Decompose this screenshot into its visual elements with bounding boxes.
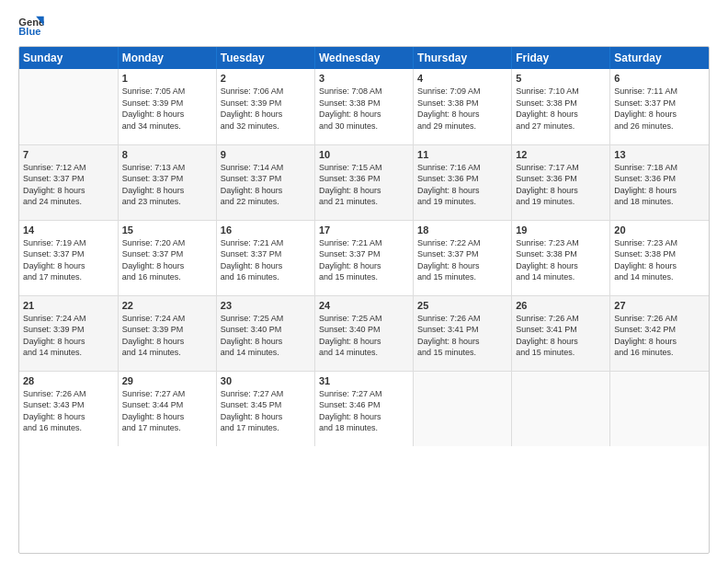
calendar-cell: 2Sunrise: 7:06 AM Sunset: 3:39 PM Daylig… bbox=[216, 69, 314, 144]
cell-info: Sunrise: 7:08 AM Sunset: 3:38 PM Dayligh… bbox=[319, 86, 409, 132]
day-number: 4 bbox=[417, 73, 507, 84]
header: General Blue bbox=[18, 15, 710, 37]
day-number: 3 bbox=[319, 73, 409, 84]
cell-info: Sunrise: 7:19 AM Sunset: 3:37 PM Dayligh… bbox=[23, 237, 114, 283]
calendar-cell: 18Sunrise: 7:22 AM Sunset: 3:37 PM Dayli… bbox=[414, 220, 512, 295]
calendar-cell: 15Sunrise: 7:20 AM Sunset: 3:37 PM Dayli… bbox=[118, 220, 216, 295]
day-number: 19 bbox=[516, 224, 606, 236]
calendar-cell: 11Sunrise: 7:16 AM Sunset: 3:36 PM Dayli… bbox=[414, 144, 512, 220]
calendar-cell: 17Sunrise: 7:21 AM Sunset: 3:37 PM Dayli… bbox=[314, 220, 413, 295]
day-number: 1 bbox=[122, 73, 212, 84]
calendar-cell: 12Sunrise: 7:17 AM Sunset: 3:36 PM Dayli… bbox=[512, 144, 610, 220]
calendar-cell bbox=[414, 371, 512, 446]
col-header-wednesday: Wednesday bbox=[314, 47, 413, 69]
calendar-cell: 4Sunrise: 7:09 AM Sunset: 3:38 PM Daylig… bbox=[414, 69, 512, 144]
calendar-week-row: 1Sunrise: 7:05 AM Sunset: 3:39 PM Daylig… bbox=[19, 69, 709, 144]
day-number: 16 bbox=[221, 224, 311, 236]
day-number: 30 bbox=[221, 375, 311, 386]
calendar-week-row: 28Sunrise: 7:26 AM Sunset: 3:43 PM Dayli… bbox=[19, 371, 709, 446]
cell-info: Sunrise: 7:26 AM Sunset: 3:42 PM Dayligh… bbox=[614, 313, 705, 359]
calendar-table: SundayMondayTuesdayWednesdayThursdayFrid… bbox=[19, 47, 709, 446]
cell-info: Sunrise: 7:27 AM Sunset: 3:44 PM Dayligh… bbox=[122, 388, 212, 434]
svg-text:Blue: Blue bbox=[18, 26, 40, 37]
cell-info: Sunrise: 7:05 AM Sunset: 3:39 PM Dayligh… bbox=[122, 86, 212, 132]
cell-info: Sunrise: 7:23 AM Sunset: 3:38 PM Dayligh… bbox=[614, 237, 705, 283]
calendar-cell: 31Sunrise: 7:27 AM Sunset: 3:46 PM Dayli… bbox=[314, 371, 413, 446]
day-number: 24 bbox=[319, 300, 409, 311]
calendar-cell bbox=[19, 69, 118, 144]
day-number: 21 bbox=[23, 300, 114, 311]
day-number: 7 bbox=[23, 149, 114, 160]
col-header-tuesday: Tuesday bbox=[216, 47, 314, 69]
calendar-cell: 30Sunrise: 7:27 AM Sunset: 3:45 PM Dayli… bbox=[216, 371, 314, 446]
day-number: 2 bbox=[221, 73, 311, 84]
cell-info: Sunrise: 7:24 AM Sunset: 3:39 PM Dayligh… bbox=[122, 313, 212, 359]
calendar-cell: 10Sunrise: 7:15 AM Sunset: 3:36 PM Dayli… bbox=[314, 144, 413, 220]
day-number: 27 bbox=[614, 300, 705, 311]
calendar-cell: 24Sunrise: 7:25 AM Sunset: 3:40 PM Dayli… bbox=[314, 295, 413, 371]
calendar-cell: 6Sunrise: 7:11 AM Sunset: 3:37 PM Daylig… bbox=[610, 69, 709, 144]
cell-info: Sunrise: 7:09 AM Sunset: 3:38 PM Dayligh… bbox=[417, 86, 507, 132]
calendar-week-row: 14Sunrise: 7:19 AM Sunset: 3:37 PM Dayli… bbox=[19, 220, 709, 295]
day-number: 9 bbox=[221, 149, 311, 160]
cell-info: Sunrise: 7:26 AM Sunset: 3:41 PM Dayligh… bbox=[516, 313, 606, 359]
cell-info: Sunrise: 7:17 AM Sunset: 3:36 PM Dayligh… bbox=[516, 162, 606, 208]
cell-info: Sunrise: 7:13 AM Sunset: 3:37 PM Dayligh… bbox=[122, 162, 212, 208]
calendar-week-row: 21Sunrise: 7:24 AM Sunset: 3:39 PM Dayli… bbox=[19, 295, 709, 371]
calendar-cell: 1Sunrise: 7:05 AM Sunset: 3:39 PM Daylig… bbox=[118, 69, 216, 144]
day-number: 28 bbox=[23, 375, 114, 386]
col-header-sunday: Sunday bbox=[19, 47, 118, 69]
cell-info: Sunrise: 7:20 AM Sunset: 3:37 PM Dayligh… bbox=[122, 237, 212, 283]
col-header-monday: Monday bbox=[118, 47, 216, 69]
calendar-cell: 13Sunrise: 7:18 AM Sunset: 3:36 PM Dayli… bbox=[610, 144, 709, 220]
cell-info: Sunrise: 7:23 AM Sunset: 3:38 PM Dayligh… bbox=[516, 237, 606, 283]
day-number: 31 bbox=[319, 375, 409, 386]
day-number: 25 bbox=[417, 300, 507, 311]
calendar-cell: 28Sunrise: 7:26 AM Sunset: 3:43 PM Dayli… bbox=[19, 371, 118, 446]
cell-info: Sunrise: 7:25 AM Sunset: 3:40 PM Dayligh… bbox=[319, 313, 409, 359]
day-number: 8 bbox=[122, 149, 212, 160]
calendar-cell: 20Sunrise: 7:23 AM Sunset: 3:38 PM Dayli… bbox=[610, 220, 709, 295]
day-number: 22 bbox=[122, 300, 212, 311]
day-number: 29 bbox=[122, 375, 212, 386]
col-header-thursday: Thursday bbox=[414, 47, 512, 69]
day-number: 26 bbox=[516, 300, 606, 311]
cell-info: Sunrise: 7:10 AM Sunset: 3:38 PM Dayligh… bbox=[516, 86, 606, 132]
day-number: 13 bbox=[614, 149, 705, 160]
calendar-cell: 29Sunrise: 7:27 AM Sunset: 3:44 PM Dayli… bbox=[118, 371, 216, 446]
calendar-cell: 9Sunrise: 7:14 AM Sunset: 3:37 PM Daylig… bbox=[216, 144, 314, 220]
cell-info: Sunrise: 7:26 AM Sunset: 3:41 PM Dayligh… bbox=[417, 313, 507, 359]
calendar-cell bbox=[512, 371, 610, 446]
day-number: 18 bbox=[417, 224, 507, 236]
calendar-cell: 27Sunrise: 7:26 AM Sunset: 3:42 PM Dayli… bbox=[610, 295, 709, 371]
day-number: 5 bbox=[516, 73, 606, 84]
calendar-cell: 25Sunrise: 7:26 AM Sunset: 3:41 PM Dayli… bbox=[414, 295, 512, 371]
cell-info: Sunrise: 7:25 AM Sunset: 3:40 PM Dayligh… bbox=[221, 313, 311, 359]
logo-icon: General Blue bbox=[18, 15, 44, 37]
cell-info: Sunrise: 7:14 AM Sunset: 3:37 PM Dayligh… bbox=[221, 162, 311, 208]
col-header-friday: Friday bbox=[512, 47, 610, 69]
day-number: 15 bbox=[122, 224, 212, 236]
cell-info: Sunrise: 7:27 AM Sunset: 3:45 PM Dayligh… bbox=[221, 388, 311, 434]
page: General Blue SundayMondayTuesdayWednesda… bbox=[0, 0, 728, 563]
calendar-cell: 3Sunrise: 7:08 AM Sunset: 3:38 PM Daylig… bbox=[314, 69, 413, 144]
cell-info: Sunrise: 7:16 AM Sunset: 3:36 PM Dayligh… bbox=[417, 162, 507, 208]
cell-info: Sunrise: 7:27 AM Sunset: 3:46 PM Dayligh… bbox=[319, 388, 409, 434]
cell-info: Sunrise: 7:24 AM Sunset: 3:39 PM Dayligh… bbox=[23, 313, 114, 359]
day-number: 20 bbox=[614, 224, 705, 236]
cell-info: Sunrise: 7:15 AM Sunset: 3:36 PM Dayligh… bbox=[319, 162, 409, 208]
calendar-cell: 14Sunrise: 7:19 AM Sunset: 3:37 PM Dayli… bbox=[19, 220, 118, 295]
cell-info: Sunrise: 7:11 AM Sunset: 3:37 PM Dayligh… bbox=[614, 86, 705, 132]
day-number: 10 bbox=[319, 149, 409, 160]
logo: General Blue bbox=[18, 15, 48, 37]
calendar-cell bbox=[610, 371, 709, 446]
day-number: 23 bbox=[221, 300, 311, 311]
calendar-week-row: 7Sunrise: 7:12 AM Sunset: 3:37 PM Daylig… bbox=[19, 144, 709, 220]
cell-info: Sunrise: 7:12 AM Sunset: 3:37 PM Dayligh… bbox=[23, 162, 114, 208]
col-header-saturday: Saturday bbox=[610, 47, 709, 69]
cell-info: Sunrise: 7:18 AM Sunset: 3:36 PM Dayligh… bbox=[614, 162, 705, 208]
day-number: 14 bbox=[23, 224, 114, 236]
calendar-cell: 26Sunrise: 7:26 AM Sunset: 3:41 PM Dayli… bbox=[512, 295, 610, 371]
calendar-cell: 7Sunrise: 7:12 AM Sunset: 3:37 PM Daylig… bbox=[19, 144, 118, 220]
calendar-header-row: SundayMondayTuesdayWednesdayThursdayFrid… bbox=[19, 47, 709, 69]
